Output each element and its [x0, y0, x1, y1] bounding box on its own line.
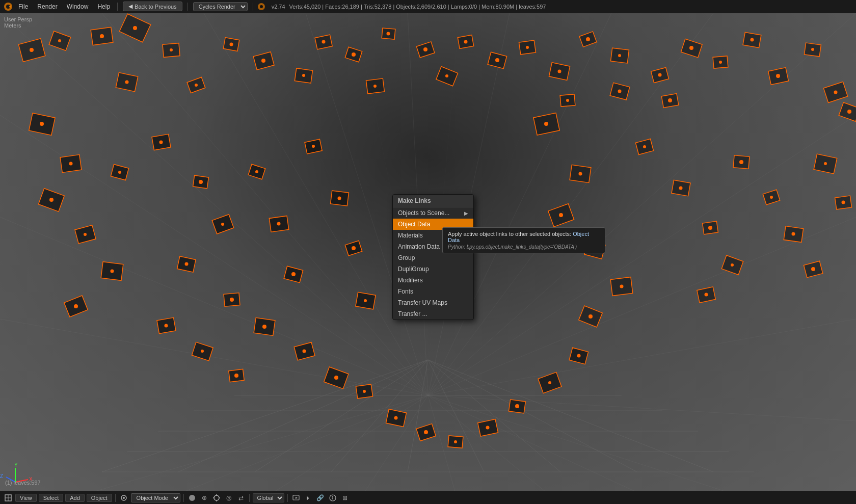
svg-line-5 — [0, 13, 428, 395]
svg-point-190 — [620, 285, 624, 288]
svg-point-187 — [579, 172, 582, 176]
svg-point-216 — [548, 381, 551, 384]
bottom-separator-1 — [115, 494, 116, 502]
svg-point-180 — [277, 222, 281, 226]
viewport-shading-icon[interactable] — [187, 493, 197, 503]
tooltip-description: Apply active object links to other selec… — [448, 231, 600, 243]
svg-line-6 — [102, 13, 428, 395]
svg-point-219 — [201, 350, 204, 353]
menu-item-dupligroup[interactable]: DupliGroup — [393, 263, 473, 275]
mode-select[interactable]: Object Mode — [131, 493, 180, 502]
svg-point-208 — [303, 350, 306, 353]
proportional-edit-icon[interactable]: ◎ — [224, 493, 234, 503]
svg-point-214 — [486, 426, 490, 430]
svg-point-148 — [322, 40, 326, 44]
svg-point-166 — [834, 91, 838, 94]
svg-text:Y: Y — [14, 462, 18, 468]
svg-point-165 — [811, 48, 814, 51]
file-menu[interactable]: File — [14, 2, 32, 11]
bottom-separator-2 — [183, 494, 184, 502]
svg-point-172 — [74, 304, 78, 308]
svg-point-152 — [423, 47, 427, 51]
submenu-arrow-icon: ▶ — [464, 210, 468, 216]
menu-item-modifiers[interactable]: Modifiers — [393, 275, 473, 286]
menu-item-objects-to-scene[interactable]: Objects to Scene... ▶ — [393, 207, 473, 219]
svg-point-200 — [811, 267, 815, 271]
help-menu[interactable]: Help — [93, 2, 114, 11]
svg-point-138 — [30, 48, 34, 52]
transform-orientation-select[interactable]: Global — [253, 493, 284, 502]
grid-icon[interactable]: ⊞ — [340, 493, 350, 503]
svg-point-213 — [454, 440, 457, 443]
menu-item-transfer-uv-maps[interactable]: Transfer UV Maps — [393, 297, 473, 308]
svg-point-175 — [199, 180, 203, 184]
svg-point-181 — [291, 272, 296, 276]
svg-point-184 — [352, 246, 356, 250]
svg-point-197 — [739, 160, 743, 164]
object-mode-icon — [119, 493, 129, 503]
view-button[interactable]: View — [15, 494, 37, 502]
select-button[interactable]: Select — [39, 494, 64, 502]
blender-logo-icon — [3, 2, 13, 12]
svg-point-169 — [49, 198, 54, 202]
menu-item-group[interactable]: Group — [393, 252, 473, 263]
svg-point-158 — [586, 37, 590, 41]
render-engine-select[interactable]: Cycles Render — [193, 2, 248, 11]
viewport-label: User Persp Meters — [4, 16, 32, 29]
menu-item-transfer[interactable]: Transfer ... — [393, 308, 473, 320]
svg-point-157 — [558, 70, 561, 73]
svg-line-54 — [428, 360, 713, 472]
render-menu[interactable]: Render — [33, 2, 61, 11]
svg-point-231 — [123, 497, 125, 499]
menu-separator-3 — [253, 3, 253, 11]
svg-point-144 — [195, 84, 198, 87]
object-button[interactable]: Object — [87, 494, 112, 502]
svg-point-150 — [373, 85, 377, 88]
svg-point-242 — [332, 496, 333, 497]
svg-point-183 — [338, 197, 341, 200]
svg-line-22 — [255, 395, 428, 491]
blender-small-logo — [256, 2, 266, 12]
top-menu: File Render Window Help — [14, 2, 114, 11]
svg-point-146 — [261, 59, 265, 63]
svg-point-188 — [559, 213, 563, 217]
top-menu-bar: File Render Window Help ◀ Back to Previo… — [0, 0, 856, 13]
pivot-point-icon[interactable]: ⊕ — [199, 493, 209, 503]
svg-point-176 — [221, 223, 224, 226]
menu-item-fonts[interactable]: Fonts — [393, 286, 473, 297]
svg-line-27 — [428, 395, 764, 491]
svg-point-196 — [705, 293, 708, 297]
svg-point-161 — [689, 46, 693, 50]
transform-icon[interactable]: ⇄ — [236, 493, 246, 503]
render-icon[interactable] — [291, 493, 301, 503]
svg-point-210 — [363, 390, 366, 393]
svg-line-51 — [428, 360, 484, 472]
svg-point-156 — [526, 46, 529, 49]
svg-line-53 — [428, 360, 637, 472]
anim-icon[interactable]: ⏵ — [303, 493, 313, 503]
svg-line-21 — [153, 395, 428, 491]
svg-point-217 — [577, 354, 581, 358]
window-menu[interactable]: Window — [63, 2, 93, 11]
svg-line-37 — [25, 166, 428, 370]
svg-point-170 — [84, 233, 87, 236]
svg-point-192 — [643, 145, 646, 148]
bottom-separator-3 — [249, 494, 250, 502]
svg-point-194 — [708, 226, 712, 230]
svg-point-211 — [394, 416, 398, 420]
svg-point-167 — [40, 122, 44, 126]
back-to-previous-button[interactable]: ◀ Back to Previous — [123, 2, 182, 11]
svg-point-149 — [352, 52, 356, 57]
viewport-type-icon[interactable] — [3, 493, 13, 503]
svg-line-19 — [0, 319, 428, 395]
snap-icon[interactable] — [211, 493, 222, 503]
bottom-separator-4 — [287, 494, 288, 502]
svg-point-147 — [302, 74, 305, 77]
svg-point-2 — [9, 6, 11, 8]
3d-viewport[interactable]: X Y Z User Persp Meters Make Links Objec… — [0, 13, 856, 491]
svg-point-201 — [824, 162, 827, 165]
svg-point-218 — [234, 374, 238, 378]
link-icon[interactable]: 🔗 — [315, 493, 326, 503]
info-icon[interactable] — [328, 493, 338, 503]
add-button[interactable]: Add — [65, 494, 85, 502]
